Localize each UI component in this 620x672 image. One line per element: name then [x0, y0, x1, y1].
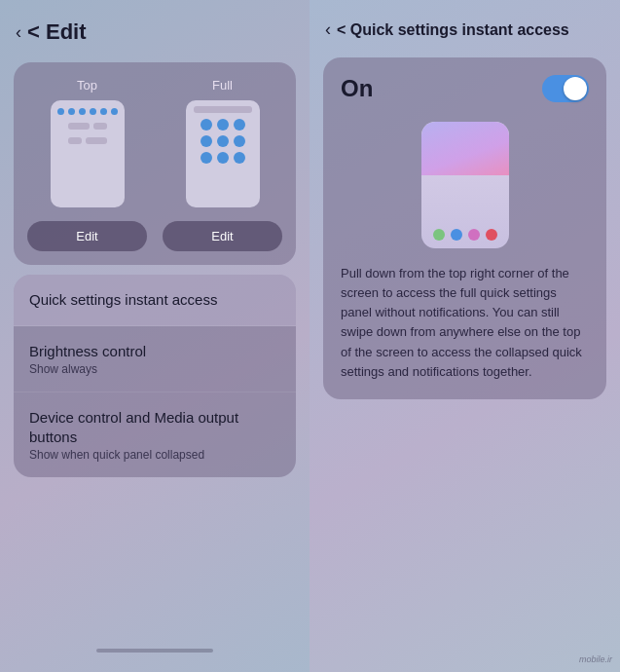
phone-illustration	[421, 122, 509, 248]
line-group-1	[68, 123, 107, 130]
dot-3	[79, 108, 86, 115]
full-phone-mock	[186, 100, 260, 207]
device-control-title: Device control and Media output buttons	[29, 408, 280, 446]
g-dot-2	[217, 119, 229, 131]
full-panel-label: Full	[212, 78, 233, 93]
right-back-chevron-icon: ‹	[325, 19, 331, 40]
g-dot-9	[234, 152, 245, 164]
dot-2	[68, 108, 75, 115]
on-card: On Pull down from the top right corner o…	[323, 57, 606, 399]
left-panel: ‹ < Edit Top	[0, 0, 310, 672]
menu-item-device-control[interactable]: Device control and Media output buttons …	[14, 392, 296, 477]
top-phone-mock	[51, 100, 125, 207]
right-back-header[interactable]: ‹ < Quick settings instant access	[323, 19, 606, 40]
phone-dot-red	[486, 229, 497, 241]
phone-dot-pink	[468, 229, 480, 241]
full-panel-preview: Full	[163, 78, 282, 207]
brightness-sub: Show always	[29, 362, 280, 376]
dot-4	[90, 108, 96, 115]
description-text: Pull down from the top right corner of t…	[341, 264, 589, 382]
line-4	[86, 137, 107, 144]
panel-previews-row: Top	[27, 78, 282, 207]
phone-bottom-dots	[421, 221, 509, 248]
line-group-2	[68, 137, 107, 144]
bottom-divider	[96, 649, 213, 653]
menu-card: Quick settings instant access Brightness…	[14, 275, 296, 477]
panel-preview-card: Top	[14, 62, 296, 265]
top-dots-row	[57, 108, 118, 115]
top-panel-preview: Top	[27, 78, 147, 207]
full-top-bar	[194, 106, 252, 113]
g-dot-4	[201, 135, 212, 147]
left-back-chevron-icon: ‹	[16, 22, 21, 43]
dot-5	[100, 108, 107, 115]
device-control-sub: Show when quick panel collapsed	[29, 448, 280, 462]
g-dot-5	[217, 135, 229, 147]
g-dot-1	[201, 119, 212, 131]
left-back-header[interactable]: ‹ < Edit	[14, 19, 296, 45]
edit-top-button[interactable]: Edit	[27, 221, 147, 251]
left-page-title: < Edit	[27, 19, 87, 45]
line-2	[93, 123, 107, 130]
on-label: On	[341, 75, 373, 102]
menu-item-brightness[interactable]: Brightness control Show always	[14, 326, 296, 393]
top-panel-label: Top	[77, 78, 97, 93]
dot-1	[57, 108, 64, 115]
watermark: mobile.ir	[579, 654, 612, 664]
on-row: On	[341, 75, 589, 102]
phone-gradient-top	[421, 122, 509, 175]
dot-grid	[201, 119, 245, 164]
phone-dot-green	[433, 229, 445, 241]
phone-dot-blue	[451, 229, 462, 241]
right-panel: ‹ < Quick settings instant access On Pul…	[310, 0, 620, 672]
quick-settings-title: Quick settings instant access	[29, 290, 280, 310]
line-1	[68, 123, 90, 130]
dot-6	[111, 108, 118, 115]
edit-buttons-row: Edit Edit	[27, 221, 282, 251]
g-dot-7	[201, 152, 212, 164]
right-page-title: < Quick settings instant access	[337, 21, 569, 39]
g-dot-3	[234, 119, 245, 131]
on-toggle[interactable]	[542, 75, 589, 102]
g-dot-6	[234, 135, 245, 147]
menu-item-quick-settings[interactable]: Quick settings instant access	[14, 275, 296, 326]
brightness-title: Brightness control	[29, 342, 280, 361]
g-dot-8	[217, 152, 229, 164]
edit-full-button[interactable]: Edit	[163, 221, 282, 251]
toggle-knob	[564, 77, 587, 100]
line-3	[68, 137, 82, 144]
